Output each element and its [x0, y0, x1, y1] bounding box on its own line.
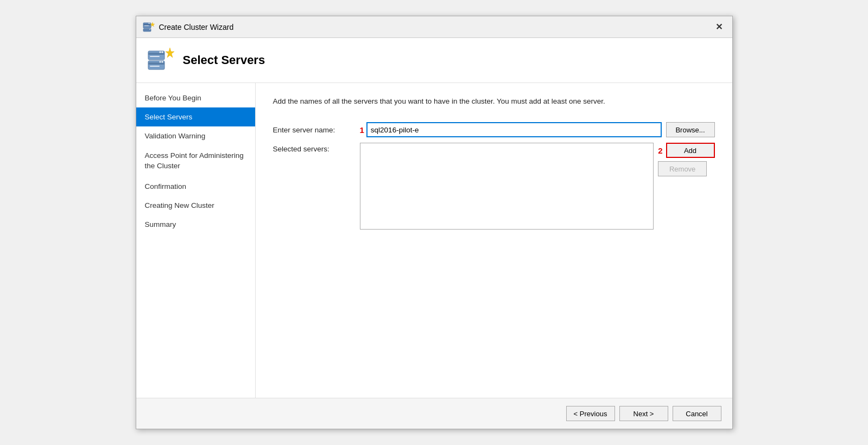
- svg-rect-10: [148, 53, 164, 55]
- sidebar-item-summary[interactable]: Summary: [136, 215, 255, 234]
- close-button[interactable]: ✕: [712, 21, 726, 33]
- svg-point-11: [161, 52, 163, 53]
- sidebar-item-access-point[interactable]: Access Point for Administering the Clust…: [136, 145, 255, 177]
- prev-button[interactable]: < Previous: [566, 406, 615, 421]
- wizard-icon: [143, 21, 155, 33]
- next-button[interactable]: Next >: [619, 406, 668, 421]
- svg-point-3: [148, 23, 149, 24]
- sidebar-item-select-servers[interactable]: Select Servers: [136, 107, 255, 126]
- page-title: Select Servers: [183, 53, 265, 67]
- sidebar-item-validation-warning[interactable]: Validation Warning: [136, 126, 255, 145]
- svg-point-17: [159, 61, 161, 63]
- svg-rect-13: [150, 56, 160, 57]
- description-text: Add the names of all the servers that yo…: [273, 96, 715, 107]
- sidebar-item-creating-new-cluster[interactable]: Creating New Cluster: [136, 196, 255, 215]
- header-icon: [147, 47, 174, 74]
- selected-servers-label: Selected servers:: [273, 143, 360, 153]
- browse-button[interactable]: Browse...: [666, 122, 715, 137]
- svg-rect-4: [144, 26, 149, 26]
- header-section: Select Servers: [136, 38, 732, 83]
- svg-point-7: [149, 29, 150, 30]
- sidebar-item-before-you-begin[interactable]: Before You Begin: [136, 88, 255, 107]
- title-bar-left: Create Cluster Wizard: [143, 21, 234, 33]
- footer-area: < Previous Next > Cancel: [136, 398, 732, 429]
- add-button[interactable]: Add: [666, 143, 715, 158]
- content-area: Before You Begin Select Servers Validati…: [136, 83, 732, 398]
- window-title: Create Cluster Wizard: [159, 23, 234, 31]
- title-bar: Create Cluster Wizard ✕: [136, 16, 732, 38]
- svg-marker-19: [166, 48, 174, 58]
- svg-rect-15: [148, 62, 164, 65]
- step1-badge: 1: [360, 125, 364, 135]
- selected-servers-listbox: [360, 143, 654, 230]
- svg-rect-18: [150, 66, 160, 67]
- create-cluster-wizard-window: Create Cluster Wizard ✕ Select Servers B…: [136, 16, 733, 429]
- svg-point-2: [149, 23, 150, 24]
- sidebar-item-confirmation[interactable]: Confirmation: [136, 177, 255, 196]
- svg-point-12: [159, 52, 161, 53]
- server-name-label: Enter server name:: [273, 126, 360, 134]
- svg-rect-6: [143, 30, 151, 30]
- svg-rect-1: [143, 24, 151, 25]
- server-name-input[interactable]: [366, 122, 662, 137]
- remove-button[interactable]: Remove: [658, 161, 707, 176]
- main-content: Add the names of all the servers that yo…: [256, 83, 732, 398]
- sidebar: Before You Begin Select Servers Validati…: [136, 83, 256, 398]
- cancel-button[interactable]: Cancel: [673, 406, 721, 421]
- step2-badge: 2: [658, 146, 662, 155]
- svg-point-16: [161, 61, 163, 63]
